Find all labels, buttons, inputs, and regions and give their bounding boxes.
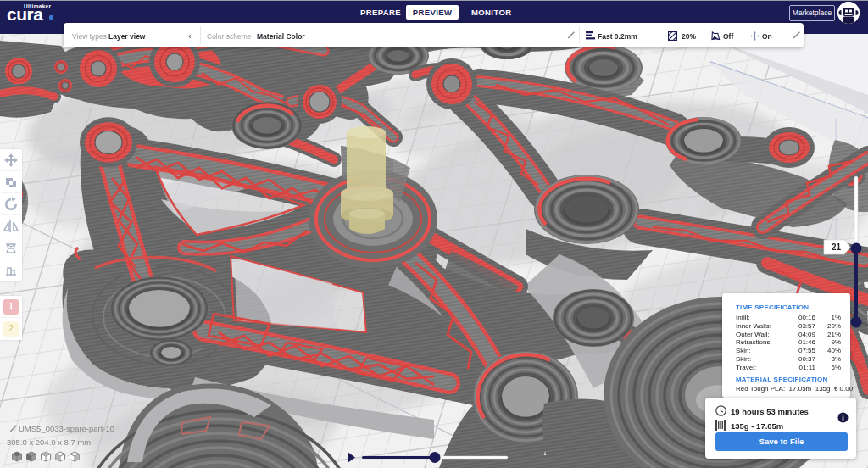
svg-text:21: 21 [832,242,842,252]
